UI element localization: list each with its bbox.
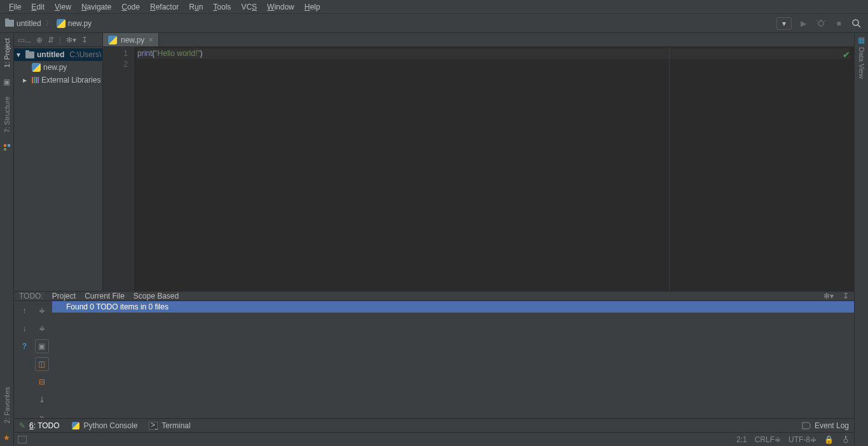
todo-hide-icon[interactable]: ↧ <box>843 292 849 301</box>
expand-arrow-icon[interactable]: ▾ <box>17 50 23 59</box>
svg-point-0 <box>818 21 823 26</box>
sidebar-tab-favorites[interactable]: 2: Favorites <box>3 384 11 426</box>
menu-view[interactable]: View <box>50 1 76 13</box>
editor-tab-bar: new.py × <box>103 33 854 47</box>
line-number-gutter: 1 2 <box>103 47 134 291</box>
todo-autoscroll-icon[interactable]: ▣ <box>35 339 49 353</box>
python-file-icon <box>57 19 65 28</box>
project-locate-icon[interactable]: ⊕ <box>36 36 43 44</box>
terminal-icon: >_ <box>149 422 158 429</box>
line-number: 1 <box>103 48 128 59</box>
sidebar-tab-structure[interactable]: 7: Structure <box>3 94 11 135</box>
code-fn: print <box>137 49 152 58</box>
status-encoding[interactable]: UTF-8≑ <box>789 435 816 444</box>
python-icon <box>72 422 79 429</box>
right-margin-line <box>669 47 670 291</box>
status-inspection-icon[interactable] <box>841 435 850 444</box>
project-root-node[interactable]: ▾ untitled C:\Users\ <box>14 48 102 61</box>
todo-tab-project[interactable]: Project <box>52 292 76 301</box>
todo-tool-window: TODO: Project Current File Scope Based ✻… <box>14 291 854 418</box>
menu-window[interactable]: Window <box>262 1 300 13</box>
sidebar-tab-data-view[interactable]: Data View <box>858 44 865 81</box>
todo-prev-icon[interactable]: ↑ <box>18 304 32 318</box>
project-icon: ▣ <box>3 78 11 86</box>
menu-vcs[interactable]: VCS <box>236 1 262 13</box>
line-number: 2 <box>103 59 128 70</box>
project-file-node[interactable]: new.py <box>14 61 102 74</box>
menu-bar: File Edit View Navigate Code Refactor Ru… <box>0 0 868 14</box>
svg-line-2 <box>816 20 818 22</box>
status-readonly-icon[interactable]: 🔒 <box>824 435 834 444</box>
todo-group-icon[interactable]: ◫ <box>35 357 49 371</box>
inspection-ok-icon[interactable]: ✔ <box>843 50 850 60</box>
menu-navigate[interactable]: Navigate <box>76 1 116 13</box>
project-scope-selector[interactable]: ▭... <box>18 36 31 44</box>
svg-point-11 <box>844 439 848 443</box>
project-toolbar: ▭... ⊕ ⇵ | ✻▾ ↧ <box>14 33 102 47</box>
todo-expand-icon[interactable]: ≑ <box>35 304 49 318</box>
svg-rect-8 <box>4 148 6 151</box>
project-hide-icon[interactable]: ↧ <box>81 36 88 44</box>
todo-export-icon[interactable]: ⤓ <box>35 393 49 407</box>
status-memory-indicator[interactable] <box>18 436 27 443</box>
menu-help[interactable]: Help <box>300 1 326 13</box>
menu-refactor[interactable]: Refactor <box>145 1 184 13</box>
todo-message[interactable]: Found 0 TODO items in 0 files <box>52 301 854 313</box>
code-area[interactable]: print("Hello world!") <box>134 47 854 291</box>
expand-arrow-icon[interactable]: ▸ <box>23 76 29 84</box>
close-tab-icon[interactable]: × <box>148 35 153 44</box>
todo-results: Found 0 TODO items in 0 files <box>52 301 854 427</box>
todo-tab-scope-based[interactable]: Scope Based <box>134 292 179 301</box>
svg-line-3 <box>824 20 825 22</box>
bottom-tool-tabs: ✎ 6: TODO Python Console >_ Terminal Eve… <box>14 418 854 432</box>
navigation-bar: untitled 〉 new.py ▾ ▶ ■ <box>0 14 868 33</box>
code-paren: ) <box>200 49 203 58</box>
python-file-icon <box>32 63 41 72</box>
structure-icon <box>3 143 11 152</box>
svg-rect-6 <box>4 144 6 147</box>
status-bar: 2:1 CRLF≑ UTF-8≑ 🔒 <box>14 432 854 446</box>
run-button[interactable]: ▶ <box>797 17 809 30</box>
todo-next-icon[interactable]: ↓ <box>18 321 32 335</box>
left-tool-gutter: 1: Project ▣ 7: Structure 2: Favorites ★ <box>0 33 14 446</box>
todo-settings-icon[interactable]: ✻▾ <box>823 292 834 301</box>
menu-code[interactable]: Code <box>116 1 145 13</box>
libraries-icon <box>32 77 39 83</box>
external-libraries-node[interactable]: ▸ External Libraries <box>14 74 102 86</box>
editor-tab[interactable]: new.py × <box>103 33 159 46</box>
run-config-dropdown[interactable]: ▾ <box>776 17 792 30</box>
project-root-label: untitled <box>37 50 64 59</box>
bottom-tab-todo[interactable]: ✎ 6: TODO <box>19 421 60 430</box>
editor-body[interactable]: 1 2 print("Hello world!") ✔ <box>103 47 854 291</box>
star-icon: ★ <box>3 433 11 442</box>
external-libraries-label: External Libraries <box>41 76 100 84</box>
debug-button[interactable] <box>815 17 827 30</box>
bottom-tab-terminal[interactable]: >_ Terminal <box>149 421 190 430</box>
project-file-label: new.py <box>43 63 67 72</box>
menu-tools[interactable]: Tools <box>208 1 236 13</box>
bottom-tab-event-log[interactable]: Event Log <box>802 421 849 430</box>
sidebar-tab-project[interactable]: 1: Project <box>3 36 11 70</box>
stop-button[interactable]: ■ <box>832 17 845 30</box>
breadcrumb-project: untitled <box>17 19 41 28</box>
menu-edit[interactable]: Edit <box>26 1 50 13</box>
data-view-icon: ▦ <box>857 36 866 44</box>
status-line-separator[interactable]: CRLF≑ <box>755 435 781 444</box>
todo-help-icon[interactable]: ? <box>18 339 32 353</box>
menu-run[interactable]: Run <box>184 1 208 13</box>
project-settings-icon[interactable]: ✻▾ <box>66 36 76 44</box>
breadcrumb-separator: 〉 <box>45 18 53 29</box>
editor-tab-label: new.py <box>121 36 144 44</box>
todo-flatten-icon[interactable]: ⊟ <box>35 375 49 389</box>
folder-icon <box>5 20 14 27</box>
status-caret-position[interactable]: 2:1 <box>736 435 747 444</box>
todo-collapse-icon[interactable]: ≑ <box>35 321 49 335</box>
search-everywhere-button[interactable] <box>850 17 863 30</box>
todo-tab-current-file[interactable]: Current File <box>85 292 125 301</box>
project-tree: ▾ untitled C:\Users\ new.py ▸ External L… <box>14 47 102 88</box>
code-string: "Hello world!" <box>155 49 200 58</box>
bottom-tab-python-console[interactable]: Python Console <box>71 421 138 430</box>
breadcrumb[interactable]: untitled 〉 new.py <box>5 18 92 29</box>
project-collapse-icon[interactable]: ⇵ <box>48 36 54 44</box>
menu-file[interactable]: File <box>4 1 26 13</box>
